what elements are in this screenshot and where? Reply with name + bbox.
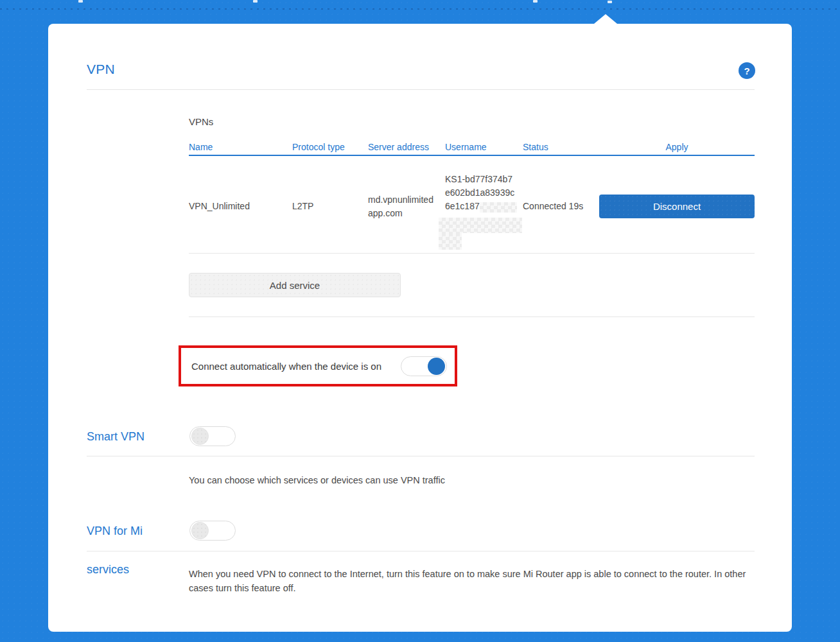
vpn-for-mi-label: VPN for Mi (87, 525, 143, 538)
disconnect-button[interactable]: Disconnect (599, 195, 755, 218)
column-header-server-address: Server address (368, 142, 429, 152)
background-dashed-line (0, 8, 840, 10)
smart-vpn-description: You can choose which services or devices… (189, 474, 445, 488)
toggle-knob (428, 358, 445, 375)
divider (87, 456, 755, 456)
divider (87, 551, 755, 551)
auto-connect-highlight-box: Connect automatically when the device is… (179, 345, 457, 386)
toggle-knob (191, 522, 209, 539)
vpn-for-mi-toggle[interactable] (189, 521, 236, 541)
toggle-knob (191, 428, 209, 445)
divider (189, 317, 755, 317)
column-header-protocol-type: Protocol type (292, 142, 345, 152)
vpn-row-server-address: md.vpnunlimited app.com (368, 193, 440, 220)
clipped-nav-text-fragment (253, 0, 258, 3)
card-pointer-arrow (594, 14, 617, 24)
redacted-username-blur (439, 233, 462, 250)
vpn-for-mi-description: When you need VPN to connect to the Inte… (189, 568, 757, 595)
divider (189, 253, 755, 254)
clipped-nav-text-fragment (78, 0, 83, 3)
vpn-row-status: Connected 19s (523, 200, 583, 213)
vpn-row-name: VPN_Unlimited (189, 200, 250, 213)
auto-connect-toggle[interactable] (401, 356, 447, 376)
vpn-for-mi-services-label: services (87, 563, 129, 577)
column-header-status: Status (523, 142, 548, 152)
page-background: VPN ? VPNs Name Protocol type Server add… (0, 0, 840, 642)
divider (87, 89, 755, 90)
column-header-username: Username (445, 142, 487, 152)
redacted-username-blur (480, 202, 517, 213)
column-header-apply: Apply (599, 142, 755, 152)
smart-vpn-label: Smart VPN (87, 430, 144, 444)
add-service-button[interactable]: Add service (189, 273, 401, 297)
clipped-nav-text-fragment (533, 0, 538, 3)
clipped-nav-text-fragment (608, 1, 612, 3)
smart-vpn-toggle[interactable] (189, 426, 236, 446)
redacted-username-blur (439, 218, 522, 233)
vpn-row-protocol: L2TP (292, 200, 313, 213)
table-header-underline (189, 155, 755, 156)
column-header-name: Name (189, 142, 213, 152)
page-title: VPN (87, 62, 115, 77)
vpn-settings-card: VPN ? VPNs Name Protocol type Server add… (48, 24, 792, 632)
auto-connect-label: Connect automatically when the device is… (191, 361, 381, 372)
help-icon[interactable]: ? (739, 62, 755, 79)
vpns-section-label: VPNs (189, 116, 213, 127)
